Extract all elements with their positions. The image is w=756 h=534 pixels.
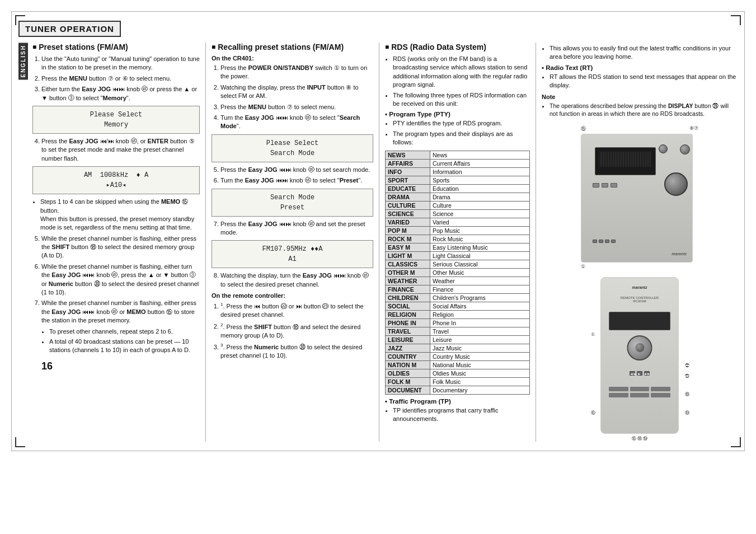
table-row: FOLK MFolk Music: [386, 377, 530, 386]
cr401-step-2: Watching the display, press the INPUT bu…: [220, 83, 373, 101]
preset-steps-list-2: Press the Easy JOG ⏮/⏭ knob ⑮, or ENTER …: [32, 137, 200, 163]
tp-bullet-1: TP identifies programs that carry traffi…: [393, 406, 530, 424]
cr401-step-4: Turn the Easy JOG ⏮⏭ knob ⑮ to select "S…: [220, 114, 373, 131]
rds-display: Jazz Music: [430, 344, 530, 352]
rds-display: Children's Programs: [430, 293, 530, 302]
rds-display: Other Music: [430, 268, 530, 277]
preset-stations-title: Preset stations (FM/AM): [32, 43, 200, 51]
rds-code: COUNTRY: [386, 352, 430, 360]
pty-bullets: PTY identifies the type of RDS program. …: [385, 119, 530, 147]
preset-step-2: Press the MENU button ⑦ or ⑥ to select m…: [41, 74, 200, 83]
rds-code: VARIED: [386, 218, 430, 226]
rds-display: Culture: [430, 201, 530, 209]
rds-display: Phone In: [430, 318, 530, 327]
rds-display: Folk Music: [430, 377, 530, 386]
rt-bullet-1: RT allows the RDS station to send text m…: [550, 73, 738, 90]
table-row: SOCIALSocial Affairs: [386, 302, 530, 310]
table-row: LIGHT MLight Classical: [386, 251, 530, 260]
note-content: The operations described below pressing …: [542, 102, 738, 118]
rds-table: NEWSNewsAFFAIRSCurrent AffairsINFOInform…: [385, 151, 530, 395]
rds-display: Country Music: [430, 352, 530, 360]
rds-display: Religion: [430, 310, 530, 318]
page-number: 16: [41, 360, 200, 372]
table-row: EASY MEasy Listening Music: [386, 243, 530, 251]
rds-display: Social Affairs: [430, 302, 530, 310]
rt-bullets: RT allows the RDS station to send text m…: [542, 73, 738, 90]
table-row: CHILDRENChildren's Programs: [386, 293, 530, 302]
rds-code: CULTURE: [386, 201, 430, 209]
tp-title: Traffic Program (TP): [385, 398, 530, 405]
page-container: TUNER OPERATION ENGLISH Preset stations …: [11, 11, 745, 451]
rds-display: Serious Classical: [430, 260, 530, 268]
remote-step-2: 2. Press the SHIFT button ⑱ and select t…: [220, 322, 373, 340]
rds-code: RELIGION: [386, 310, 430, 318]
rds-display: Pop Music: [430, 226, 530, 235]
col-device: This allows you to easily find out the l…: [536, 43, 738, 442]
cr401-step-8: Watching the display, turn the Easy JOG …: [220, 271, 373, 289]
main-layout: ENGLISH Preset stations (FM/AM) Use the …: [18, 43, 738, 442]
rds-code: POP M: [386, 226, 430, 235]
pty-bullet-2: The program types and their displays are…: [393, 130, 530, 147]
rds-code: FINANCE: [386, 285, 430, 293]
table-row: OTHER MOther Music: [386, 268, 530, 277]
table-row: AFFAIRSCurrent Affairs: [386, 159, 530, 167]
table-row: CLASSICSSerious Classical: [386, 260, 530, 268]
rds-display: Sports: [430, 176, 530, 184]
rds-display: Information: [430, 167, 530, 176]
rds-intro: RDS (works only on the FM band) is a bro…: [385, 55, 530, 108]
rds-code: DRAMA: [386, 193, 430, 201]
rds-code: CHILDREN: [386, 293, 430, 302]
note-text: The operations described below pressing …: [550, 102, 738, 118]
col-preset-stations: Preset stations (FM/AM) Use the "Auto tu…: [32, 43, 206, 442]
rds-code: LIGHT M: [386, 251, 430, 260]
preset-bullets: Steps 1 to 4 can be skipped when using t…: [32, 198, 200, 232]
remote-step-1: 1. Press the ⏮ button ㉒ or ⏭ button ㉓ to…: [220, 301, 373, 319]
preset-bullet-2: To preset other channels, repeat steps 2…: [49, 327, 200, 336]
device-remote: marantz REMOTE CONTROLLERRC301M ◀◀ ▶ ▶▶: [600, 277, 679, 434]
table-row: LEISURELeisure: [386, 335, 530, 344]
rds-code: PHONE IN: [386, 318, 430, 327]
preset-step-7: While the preset channel number is flash…: [41, 299, 200, 325]
table-row: RELIGIONReligion: [386, 310, 530, 318]
rds-code: TRAVEL: [386, 327, 430, 335]
pty-title: Program Type (PTY): [385, 111, 530, 118]
cr401-step-7: Press the Easy JOG ⏮⏭ knob ⑮ and set the…: [220, 220, 373, 237]
rds-code: ROCK M: [386, 235, 430, 243]
table-row: NEWSNews: [386, 151, 530, 159]
table-row: TRAVELTravel: [386, 327, 530, 335]
preset-steps-list: Use the "Auto tuning" or "Manual tuning"…: [32, 55, 200, 102]
remote-steps: 1. Press the ⏮ button ㉒ or ⏭ button ㉓ to…: [212, 301, 373, 360]
table-row: DRAMADrama: [386, 193, 530, 201]
cr401-steps: Press the POWER ON/STANDBY switch ① to t…: [212, 64, 373, 131]
remote-step-3: 3. Press the Numeric button ㉚ to select …: [220, 342, 373, 360]
rds-code: SPORT: [386, 176, 430, 184]
rds-title: RDS (Radio Data System): [385, 43, 530, 51]
table-row: ROCK MRock Music: [386, 235, 530, 243]
table-row: SCIENCEScience: [386, 209, 530, 218]
rds-display: Current Affairs: [430, 159, 530, 167]
rt-title: Radio Text (RT): [542, 64, 738, 71]
rds-code: SOCIAL: [386, 302, 430, 310]
table-row: EDUCATEEducation: [386, 184, 530, 193]
rds-code: CLASSICS: [386, 260, 430, 268]
remote-subtitle: On the remote controller:: [212, 292, 373, 299]
rds-display: Documentary: [430, 386, 530, 394]
cr401-step-6: Turn the Easy JOG ⏮⏭ knob ⑮ to select "P…: [220, 176, 373, 185]
cr401-steps-4: Watching the display, turn the Easy JOG …: [212, 271, 373, 289]
table-row: VARIEDVaried: [386, 218, 530, 226]
rds-code: LEISURE: [386, 335, 430, 344]
preset-bullet-1: Steps 1 to 4 can be skipped when using t…: [40, 198, 200, 232]
cr401-step-1: Press the POWER ON/STANDBY switch ① to t…: [220, 64, 373, 81]
rds-code: AFFAIRS: [386, 159, 430, 167]
preset-step-1: Use the "Auto tuning" or "Manual tuning"…: [41, 55, 200, 72]
rds-code: EDUCATE: [386, 184, 430, 193]
cr401-subtitle: On the CR401:: [212, 55, 373, 62]
cr401-steps-2: Press the Easy JOG ⏮⏭ knob ⑮ to set sear…: [212, 166, 373, 185]
rds-display: Science: [430, 209, 530, 218]
rds-code: DOCUMENT: [386, 386, 430, 394]
table-row: PHONE INPhone In: [386, 318, 530, 327]
rds-code: NATION M: [386, 360, 430, 369]
table-row: FINANCEFinance: [386, 285, 530, 293]
rds-display: News: [430, 151, 530, 159]
device-cr401: marantz: [581, 134, 693, 263]
